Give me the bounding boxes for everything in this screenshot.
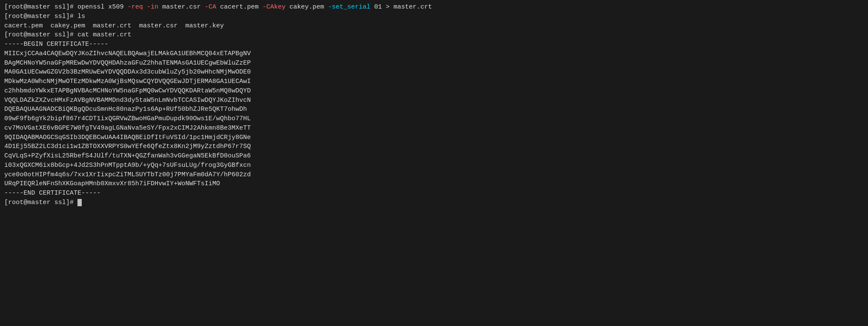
ls-output: cacert.pem cakey.pem master.crt master.c…: [4, 22, 224, 30]
line-2: [root@master ssl]# ls: [4, 12, 864, 21]
cert-line-4: MDkwMzA0WhcNMjMwOTEzMDkwMzA0WjBsMQswCQYD…: [4, 77, 864, 86]
line-begin-cert: -----BEGIN CERTIFICATE-----: [4, 40, 864, 49]
prompt-3: [root@master ssl]#: [4, 31, 77, 39]
flag-req: -req: [128, 3, 143, 11]
cert-line-8: 09wF9fb6gYk2bipf867r4CDT1ixQGRVwZBwoHGaP…: [4, 114, 864, 124]
cmd-openssl: openssl x509: [77, 3, 128, 11]
line-3: cacert.pem cakey.pem master.crt master.c…: [4, 21, 864, 31]
cert-line-10: 9QIDAQABMAOGCSqGSIb3DQEBCwUAA4IBAQBEiDfI…: [4, 133, 864, 142]
flag-set-serial: -set_serial: [328, 3, 370, 11]
cert-line-14: yce0o0otHIPfm4q6s/7xx1XrIixpcZiTMLSUYTbT…: [4, 170, 864, 180]
cmd-cakey-pem: cakey.pem: [285, 3, 328, 11]
flag-in: -in: [147, 3, 158, 11]
cert-line-11: 4D1Ej55BZ2LC3d1ci1w1ZBTOXXVRPYS0wYEfe6Qf…: [4, 142, 864, 151]
cert-line-6: VQQLDAZkZXZvcHMxFzAVBgNVBAMMDnd3dy5taW5n…: [4, 96, 864, 105]
terminal-window: [root@master ssl]# openssl x509 -req -in…: [0, 0, 868, 326]
cert-line-3: MA0GA1UECwwGZGV2b3BzMRUwEwYDVQQDDAx3d3cu…: [4, 68, 864, 77]
cmd-ls: ls: [77, 13, 85, 20]
cmd-in-text: [143, 3, 147, 11]
cert-begin: -----BEGIN CERTIFICATE-----: [4, 41, 108, 48]
cmd-cacert: cacert.pem: [216, 3, 262, 11]
cursor-block: [77, 199, 82, 206]
cert-line-9: cv7MoVGatXE6vBGPE7W0fgTV49agLGNaNva5eSY/…: [4, 124, 864, 133]
cert-line-15: URqPIEQRleNFnShXKGoapHMnb0XmxvXr85h7iFDH…: [4, 179, 864, 189]
cmd-master-csr: master.csr: [158, 3, 205, 11]
final-prompt: [root@master ssl]#: [4, 199, 77, 206]
cert-line-7: DQEBAQUAAGNADCBiQKBgQDcuSmnHc80nazPy1s6A…: [4, 105, 864, 114]
prompt-2: [root@master ssl]#: [4, 13, 77, 20]
cert-line-13: i03xQGXCM6ix8bGcp+4Jd2S3hPnMTpptA9b/+yQq…: [4, 161, 864, 170]
flag-cakey: -CAkey: [262, 3, 285, 11]
final-prompt-line[interactable]: [root@master ssl]#: [4, 198, 864, 207]
cert-line-2: BAgMCHNoYW5naGFpMREwDwYDVQQHDAhzaGFuZ2hh…: [4, 59, 864, 68]
line-end-cert: -----END CERTIFICATE-----: [4, 189, 864, 198]
cert-line-1: MIICxjCCAa4CAQEwDQYJKoZIhvcNAQELBQAwajEL…: [4, 49, 864, 59]
prompt-1: [root@master ssl]#: [4, 3, 77, 11]
cert-line-12: CqVLqS+PZyfXisL25RbefS4JUlf/tuTXN+QGZfan…: [4, 151, 864, 161]
cert-line-5: c2hhbmdoYWkxETAPBgNVBAcMCHNoYW5naGFpMQ0w…: [4, 86, 864, 96]
line-4: [root@master ssl]# cat master.crt: [4, 30, 864, 40]
line-1: [root@master ssl]# openssl x509 -req -in…: [4, 3, 864, 12]
cmd-serial-val: 01 > master.crt: [370, 3, 432, 11]
cmd-cat: cat master.crt: [77, 31, 131, 39]
cert-end: -----END CERTIFICATE-----: [4, 190, 101, 197]
flag-ca: -CA: [205, 3, 216, 11]
